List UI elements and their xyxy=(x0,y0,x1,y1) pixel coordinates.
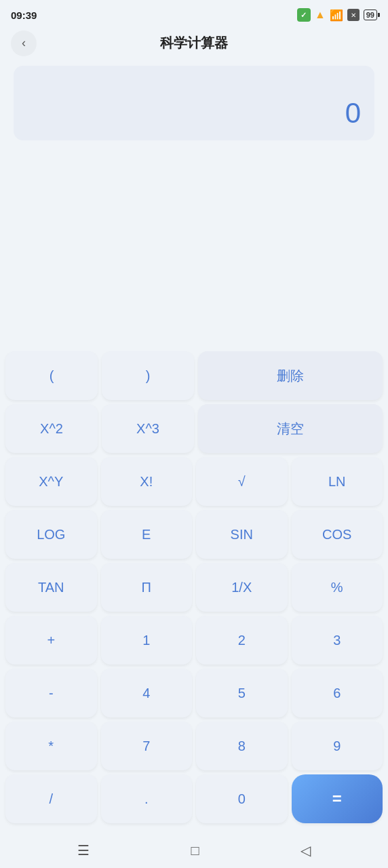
key-_[interactable]: - xyxy=(5,669,97,717)
key-1[interactable]: 1 xyxy=(101,616,193,665)
app-icon: ✓ xyxy=(297,8,311,22)
key-COS[interactable]: COS xyxy=(292,510,383,559)
key-8[interactable]: 8 xyxy=(196,722,288,770)
key-_[interactable]: * xyxy=(5,722,97,770)
back-arrow-icon: ‹ xyxy=(22,36,26,50)
key-_[interactable]: . xyxy=(101,774,193,823)
back-nav-icon[interactable]: ◁ xyxy=(300,842,311,859)
keypad: ()删除X^2X^3清空X^YX!√LNLOGESINCOSTANП1/X%+1… xyxy=(0,351,388,833)
key-X_2[interactable]: X^2 xyxy=(5,404,98,453)
bottom-nav: ☰ □ ◁ xyxy=(0,833,388,868)
key-4[interactable]: 4 xyxy=(101,669,193,717)
key-0[interactable]: 0 xyxy=(196,774,288,823)
key-_[interactable]: √ xyxy=(196,457,288,506)
key-_[interactable]: % xyxy=(292,563,383,612)
key-_[interactable]: = xyxy=(292,774,383,823)
key-_[interactable]: + xyxy=(5,616,97,665)
key-row-6: -456 xyxy=(5,669,383,717)
key-__[interactable]: 删除 xyxy=(198,351,383,400)
menu-icon[interactable]: ☰ xyxy=(77,842,90,859)
key-row-3: LOGESINCOS xyxy=(5,510,383,559)
calculator-display: 0 xyxy=(14,66,374,140)
key-9[interactable]: 9 xyxy=(292,722,383,770)
key-5[interactable]: 5 xyxy=(196,669,288,717)
key-SIN[interactable]: SIN xyxy=(196,510,288,559)
key-_[interactable]: ( xyxy=(5,351,98,400)
key-LN[interactable]: LN xyxy=(292,457,383,506)
warning-icon: ▲ xyxy=(315,9,326,21)
home-icon[interactable]: □ xyxy=(191,843,199,859)
key-2[interactable]: 2 xyxy=(196,616,288,665)
battery-icon: 99 xyxy=(364,9,377,20)
status-icons: ✓ ▲ 📶 ✕ 99 xyxy=(297,8,377,22)
key-row-0: ()删除 xyxy=(5,351,383,400)
key-__[interactable]: 清空 xyxy=(198,404,383,453)
back-button[interactable]: ‹ xyxy=(11,31,37,56)
key-X_Y[interactable]: X^Y xyxy=(5,457,97,506)
key-TAN[interactable]: TAN xyxy=(5,563,97,612)
key-X_[interactable]: X! xyxy=(101,457,193,506)
key-_[interactable]: П xyxy=(101,563,193,612)
key-_[interactable]: ) xyxy=(102,351,194,400)
x-icon: ✕ xyxy=(347,9,360,21)
key-row-4: TANП1/X% xyxy=(5,563,383,612)
key-6[interactable]: 6 xyxy=(292,669,383,717)
key-X_3[interactable]: X^3 xyxy=(102,404,194,453)
header: ‹ 科学计算器 xyxy=(0,27,388,59)
key-3[interactable]: 3 xyxy=(292,616,383,665)
key-E[interactable]: E xyxy=(101,510,193,559)
key-_[interactable]: / xyxy=(5,774,97,823)
key-7[interactable]: 7 xyxy=(101,722,193,770)
key-LOG[interactable]: LOG xyxy=(5,510,97,559)
wifi-icon: 📶 xyxy=(330,9,343,22)
key-row-5: +123 xyxy=(5,616,383,665)
key-row-1: X^2X^3清空 xyxy=(5,404,383,453)
status-time: 09:39 xyxy=(11,9,37,21)
key-row-2: X^YX!√LN xyxy=(5,457,383,506)
status-bar: 09:39 ✓ ▲ 📶 ✕ 99 xyxy=(0,0,388,27)
key-row-8: /.0= xyxy=(5,774,383,823)
key-1_X[interactable]: 1/X xyxy=(196,563,288,612)
key-row-7: *789 xyxy=(5,722,383,770)
page-title: 科学计算器 xyxy=(160,34,228,52)
display-result: 0 xyxy=(345,97,361,130)
